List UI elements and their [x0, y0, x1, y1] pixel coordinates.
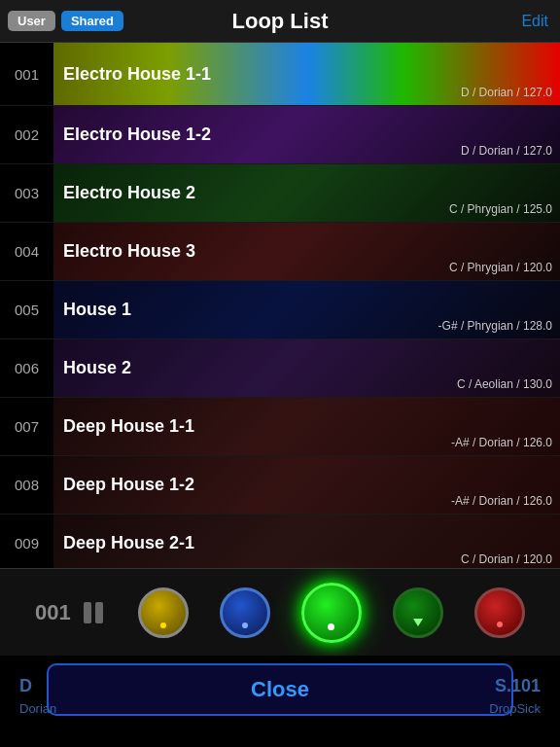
row-number: 009 [0, 515, 53, 568]
row-meta: -A# / Dorian / 126.0 [451, 494, 552, 508]
knob-green[interactable] [301, 583, 362, 643]
knob-red[interactable] [474, 587, 525, 638]
row-number: 008 [0, 456, 53, 514]
row-meta: -A# / Dorian / 126.0 [451, 436, 552, 449]
row-name: Electro House 3 [63, 241, 550, 262]
row-number: 003 [0, 164, 53, 222]
row-meta: C / Aeolian / 130.0 [457, 377, 552, 391]
row-name: House 1 [63, 300, 550, 320]
loop-row[interactable]: 007Deep House 1-1-A# / Dorian / 126.0 [0, 398, 560, 456]
row-number: 002 [0, 106, 53, 163]
header-left: User Shared [8, 11, 123, 31]
user-tab-button[interactable]: User [8, 11, 55, 31]
info-mode-right: DropSick [489, 701, 541, 716]
edit-button[interactable]: Edit [521, 13, 548, 30]
close-button[interactable]: Close [47, 663, 513, 716]
loop-row[interactable]: 003Electro House 2C / Phrygian / 125.0 [0, 164, 560, 223]
info-key-left: D [19, 676, 32, 696]
row-meta: D / Dorian / 127.0 [461, 86, 552, 99]
page-title: Loop List [232, 9, 329, 34]
loop-row[interactable]: 002Electro House 1-2D / Dorian / 127.0 [0, 106, 560, 164]
row-number: 006 [0, 339, 53, 397]
row-meta: C / Phrygian / 120.0 [449, 261, 552, 274]
loop-row[interactable]: 004Electro House 3C / Phrygian / 120.0 [0, 223, 560, 281]
row-meta: D / Dorian / 127.0 [461, 144, 552, 158]
row-number: 001 [0, 43, 53, 105]
knob-blue[interactable] [220, 587, 270, 638]
row-number: 005 [0, 281, 53, 338]
loop-row[interactable]: 009Deep House 2-1C / Dorian / 120.0 [0, 515, 560, 568]
row-name: Electro House 1-1 [63, 64, 550, 85]
loop-list: 001Electro House 1-1D / Dorian / 127.000… [0, 43, 560, 568]
row-name: Electro House 2 [63, 183, 550, 203]
row-name: Deep House 1-2 [63, 475, 550, 495]
knob-yellow[interactable] [138, 587, 189, 638]
row-meta: C / Phrygian / 125.0 [449, 202, 552, 216]
playback-number: 001 [35, 600, 71, 625]
shared-tab-button[interactable]: Shared [61, 11, 123, 31]
row-name: Deep House 2-1 [63, 533, 550, 553]
pause-button[interactable] [80, 599, 107, 626]
row-meta: C / Dorian / 120.0 [461, 552, 552, 566]
info-mode-left: Dorian [19, 701, 56, 716]
controls-bar: 001 [0, 568, 560, 656]
row-name: Electro House 1-2 [63, 124, 550, 145]
controls-left: 001 [35, 599, 107, 626]
row-number: 007 [0, 398, 53, 455]
loop-row[interactable]: 006House 2C / Aeolian / 130.0 [0, 339, 560, 398]
loop-row[interactable]: 001Electro House 1-1D / Dorian / 127.0 [0, 43, 560, 106]
row-name: House 2 [63, 358, 550, 378]
row-number: 004 [0, 223, 53, 280]
loop-row[interactable]: 005House 1-G# / Phrygian / 128.0 [0, 281, 560, 339]
row-name: Deep House 1-1 [63, 416, 550, 437]
header: User Shared Loop List Edit [0, 0, 560, 43]
loop-row[interactable]: 008Deep House 1-2-A# / Dorian / 126.0 [0, 456, 560, 515]
knob-green-dim[interactable] [393, 587, 443, 638]
row-meta: -G# / Phrygian / 128.0 [438, 319, 552, 333]
info-key-right: S.101 [495, 676, 541, 696]
close-area: D Dorian Close S.101 DropSick [0, 656, 560, 724]
